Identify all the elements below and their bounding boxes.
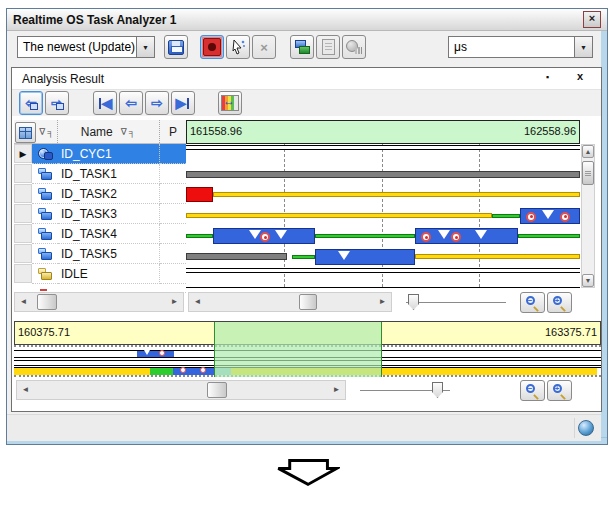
gantt-row[interactable] <box>186 206 580 227</box>
scrollbar-thumb[interactable] <box>37 294 57 310</box>
gantt-segment-thin[interactable] <box>186 145 580 150</box>
gantt-segment-green[interactable] <box>518 234 580 238</box>
table-row[interactable]: ID_TASK1 <box>14 164 186 184</box>
record-button[interactable] <box>200 35 224 59</box>
gantt-segment-yellow[interactable] <box>186 213 492 218</box>
scrollbar-thumb[interactable] <box>207 382 227 398</box>
gantt-row[interactable] <box>186 247 580 268</box>
save-button[interactable] <box>164 35 188 59</box>
gantt-segment-green[interactable] <box>492 214 520 218</box>
row-icon-cell[interactable] <box>32 264 58 284</box>
row-label[interactable]: IDLE <box>58 264 160 284</box>
zoom-slider[interactable] <box>406 292 506 314</box>
viewport-region[interactable] <box>214 322 382 377</box>
gantt-segment-blue[interactable] <box>315 249 415 265</box>
gantt-row[interactable] <box>186 226 580 247</box>
gantt-segment-blue[interactable] <box>415 228 518 244</box>
gantt-segment-green[interactable] <box>292 255 315 259</box>
row-gutter[interactable] <box>14 204 32 223</box>
gantt-row[interactable] <box>186 267 580 288</box>
scroll-left-arrow[interactable]: ◄ <box>16 294 31 310</box>
unit-combobox[interactable]: μs ▼ <box>448 36 593 58</box>
row-gutter[interactable] <box>14 184 32 203</box>
gantt-vertical-scrollbar[interactable]: ▲ ▼ <box>581 144 595 288</box>
slider-thumb[interactable] <box>432 382 443 398</box>
gantt-segment-red[interactable] <box>186 187 213 202</box>
scroll-left-arrow[interactable]: ◄ <box>18 382 33 398</box>
row-label[interactable]: ID_CYC1 <box>58 144 160 164</box>
table-row[interactable]: ▶ID_CYC1 <box>14 144 186 164</box>
row-gutter[interactable] <box>14 164 32 183</box>
zoom-out-button[interactable]: − <box>520 380 545 401</box>
chevron-down-icon[interactable]: ▼ <box>136 37 154 57</box>
prev-transition-button[interactable]: ⇦ <box>19 91 43 115</box>
row-label[interactable]: ID_TASK5 <box>58 244 160 264</box>
scroll-right-arrow[interactable]: ► <box>167 294 182 310</box>
prev-event-button[interactable]: ⇦ <box>119 91 143 115</box>
window-titlebar[interactable]: Realtime OS Task Analyzer 1 × <box>7 9 607 31</box>
next-transition-button[interactable]: ⇨ <box>45 91 69 115</box>
row-p-cell[interactable] <box>160 264 186 284</box>
gantt-segment-thin[interactable] <box>186 268 580 273</box>
gantt-row[interactable] <box>186 165 580 186</box>
gantt-segment-yellow[interactable] <box>415 254 580 259</box>
preset-combobox[interactable]: The newest (Update) ▼ <box>17 36 155 58</box>
chevron-down-icon[interactable]: ▼ <box>574 37 592 57</box>
gantt-plot[interactable] <box>186 144 580 288</box>
table-row[interactable]: IDLE <box>14 264 186 284</box>
row-gutter[interactable] <box>14 224 32 243</box>
row-label[interactable]: ID_TASK1 <box>58 164 160 184</box>
gantt-segment-gray[interactable] <box>186 171 580 178</box>
row-label[interactable]: ID_TASK3 <box>58 204 160 224</box>
filter-funnel-icon[interactable]: ∇ <box>39 127 45 137</box>
last-event-button[interactable]: ▶ <box>171 91 195 115</box>
table-row[interactable]: ID_TASK2 <box>14 184 186 204</box>
p-column-header[interactable]: P <box>160 120 186 143</box>
pick-button[interactable] <box>226 35 250 59</box>
overview-horizontal-scrollbar[interactable]: ◄ ► <box>16 380 346 400</box>
row-label[interactable]: ID_TASK4 <box>58 224 160 244</box>
gantt-segment-blue[interactable] <box>520 208 580 224</box>
gantt-row[interactable] <box>186 144 580 165</box>
row-icon-cell[interactable] <box>32 224 58 244</box>
gantt-horizontal-scrollbar[interactable]: ◄ ► <box>188 292 392 312</box>
gantt-segment-gray[interactable] <box>186 253 287 260</box>
row-icon-cell[interactable] <box>32 144 58 164</box>
row-p-cell[interactable] <box>160 184 186 204</box>
first-event-button[interactable]: ◀ <box>93 91 117 115</box>
row-p-cell[interactable] <box>160 164 186 184</box>
column-settings-button[interactable] <box>15 122 36 143</box>
fit-width-button[interactable] <box>218 91 242 115</box>
grid-horizontal-scrollbar[interactable]: ◄ ► <box>14 292 184 312</box>
row-gutter[interactable]: ▶ <box>14 144 32 163</box>
zoom-in-button[interactable]: + <box>547 292 572 313</box>
gantt-segment-blue[interactable] <box>213 228 315 244</box>
filter-funnel-icon[interactable]: ∇ <box>121 127 127 137</box>
gantt-segment-green[interactable] <box>186 234 213 238</box>
filter-column-header[interactable]: ∇ ╕ <box>36 120 58 143</box>
scroll-left-arrow[interactable]: ◄ <box>190 294 205 310</box>
flow-view-button[interactable] <box>290 35 314 59</box>
scroll-up-arrow[interactable]: ▲ <box>582 145 594 158</box>
gantt-segment-green[interactable] <box>315 234 415 238</box>
zoom-in-button[interactable]: + <box>547 380 572 401</box>
scroll-right-arrow[interactable]: ► <box>329 382 344 398</box>
pin-icon[interactable]: ╕ <box>47 127 53 137</box>
row-p-cell[interactable] <box>160 204 186 224</box>
zoom-out-button[interactable]: − <box>520 292 545 313</box>
gantt-segment-yellow[interactable] <box>213 192 580 197</box>
name-column-header[interactable]: Name ∇ ╕ <box>58 120 160 143</box>
scroll-down-arrow[interactable]: ▼ <box>582 274 594 287</box>
slider-track[interactable] <box>406 302 506 303</box>
row-icon-cell[interactable] <box>32 244 58 264</box>
row-gutter[interactable] <box>14 264 32 283</box>
row-icon-cell[interactable] <box>32 164 58 184</box>
gantt-row[interactable] <box>186 185 580 206</box>
pin-icon[interactable]: ╕ <box>129 127 135 137</box>
row-icon-cell[interactable] <box>32 184 58 204</box>
row-p-cell[interactable] <box>160 244 186 264</box>
scrollbar-thumb[interactable] <box>582 161 594 185</box>
row-p-cell[interactable] <box>160 144 186 164</box>
slider-thumb[interactable] <box>408 294 419 310</box>
table-row[interactable]: ID_TASK4 <box>14 224 186 244</box>
